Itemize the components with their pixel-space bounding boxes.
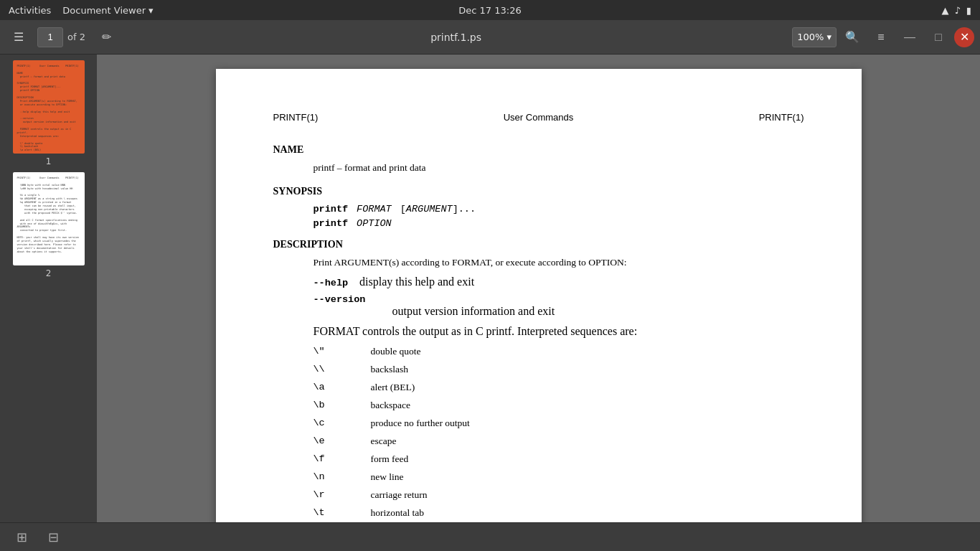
activities-button[interactable]: Activities (9, 5, 51, 16)
list-item: \aalert (BEL) (314, 380, 804, 396)
name-title: NAME (273, 144, 804, 156)
page-navigation: of 2 (37, 27, 88, 47)
page-1-label: 1 (46, 156, 52, 166)
list-item: \fform feed (314, 451, 804, 468)
name-body: printf – format and print data (273, 160, 804, 176)
version-entry: --version output version information and… (273, 294, 804, 318)
section-synopsis: SYNOPSIS printf FORMAT [ARGUMENT]... pri… (273, 186, 804, 229)
sidebar-toggle-icon: ☰ (14, 30, 24, 44)
toolbar-right: 100% ▾ 🔍 ≡ — □ ✕ (792, 24, 974, 50)
sidebar-page-1[interactable]: PRINTF(1) User Commands PRINTF(1) NAME p… (6, 60, 91, 166)
edit-button[interactable]: ✏ (94, 24, 120, 50)
wifi-icon: ▲ (942, 5, 949, 16)
chevron-down-icon: ▾ (149, 5, 154, 16)
battery-icon: ▮ (966, 5, 971, 16)
app-title-button[interactable]: Document Viewer ▾ (62, 5, 153, 16)
search-button[interactable]: 🔍 (839, 24, 865, 50)
synopsis-line-2: printf OPTION (314, 216, 804, 229)
page-number-input[interactable] (37, 27, 63, 47)
page-content: PRINTF(1) User Commands PRINTF(1) NAME p… (216, 69, 862, 522)
list-item: \rcarriage return (314, 487, 804, 504)
page-2-thumbnail: PRINTF(1) User Commands PRINTF(1) \NNN b… (13, 172, 85, 265)
maximize-button[interactable]: □ (925, 24, 951, 50)
zoom-level-label: 100% (797, 32, 824, 42)
help-entry: --help display this help and exit (273, 276, 804, 288)
toolbar: ☰ of 2 ✏ printf.1.ps 100% ▾ 🔍 ≡ — □ ✕ (0, 20, 980, 55)
main-area: PRINTF(1) User Commands PRINTF(1) NAME p… (0, 55, 980, 522)
menu-icon: ≡ (877, 31, 884, 44)
page-1-thumbnail: PRINTF(1) User Commands PRINTF(1) NAME p… (13, 60, 85, 154)
sidebar-panel: PRINTF(1) User Commands PRINTF(1) NAME p… (0, 55, 97, 522)
page-header: PRINTF(1) User Commands PRINTF(1) (273, 112, 804, 123)
format-description: FORMAT controls the output as in C print… (273, 325, 804, 338)
close-icon: ✕ (960, 30, 969, 44)
zoom-control[interactable]: 100% ▾ (792, 27, 837, 47)
list-item: \"double quote (314, 344, 804, 360)
sidebar-toggle-button[interactable]: ☰ (6, 24, 32, 50)
close-button[interactable]: ✕ (954, 27, 974, 47)
menu-button[interactable]: ≡ (868, 24, 894, 50)
edit-icon: ✏ (102, 30, 111, 44)
maximize-icon: □ (935, 31, 942, 44)
document-view[interactable]: PRINTF(1) User Commands PRINTF(1) NAME p… (97, 55, 980, 522)
entries-list: \"double quote\\backslash\aalert (BEL)\b… (273, 344, 804, 522)
split-icon: ⊟ (48, 529, 59, 545)
section-description: DESCRIPTION Print ARGUMENT(s) according … (273, 239, 804, 522)
minimize-icon: — (904, 31, 915, 44)
page-2-label: 2 (46, 268, 52, 278)
list-item: \nnew line (314, 469, 804, 486)
list-item: \cproduce no further output (314, 415, 804, 432)
system-bar: Activities Document Viewer ▾ Dec 17 13:2… (0, 0, 980, 20)
zoom-chevron-icon: ▾ (826, 32, 831, 42)
sidebar-page-2[interactable]: PRINTF(1) User Commands PRINTF(1) \NNN b… (6, 172, 91, 278)
grid-view-button[interactable]: ⊞ (9, 526, 34, 549)
description-body: Print ARGUMENT(s) according to FORMAT, o… (273, 255, 804, 270)
synopsis-title: SYNOPSIS (273, 186, 804, 197)
sound-icon: ♪ (955, 5, 961, 16)
page-of-label: of 2 (65, 32, 88, 42)
list-item: \bbackspace (314, 397, 804, 414)
synopsis-content: printf FORMAT [ARGUMENT]... printf OPTIO… (273, 202, 804, 229)
document-title: printf.1.ps (123, 32, 789, 43)
header-right: PRINTF(1) (759, 112, 804, 123)
synopsis-line-1: printf FORMAT [ARGUMENT]... (314, 202, 804, 215)
minimize-button[interactable]: — (897, 24, 923, 50)
datetime-display: Dec 17 13:26 (458, 5, 521, 16)
section-name: NAME printf – format and print data (273, 144, 804, 176)
description-title: DESCRIPTION (273, 239, 804, 250)
grid-icon: ⊞ (17, 529, 27, 545)
list-item: \\backslash (314, 362, 804, 378)
list-item: \thorizontal tab (314, 505, 804, 522)
list-item: \eescape (314, 433, 804, 450)
search-icon: 🔍 (845, 30, 859, 44)
header-center: User Commands (504, 112, 574, 123)
split-view-button[interactable]: ⊟ (40, 526, 66, 549)
bottom-bar: ⊞ ⊟ (0, 522, 980, 551)
header-left: PRINTF(1) (273, 112, 319, 123)
